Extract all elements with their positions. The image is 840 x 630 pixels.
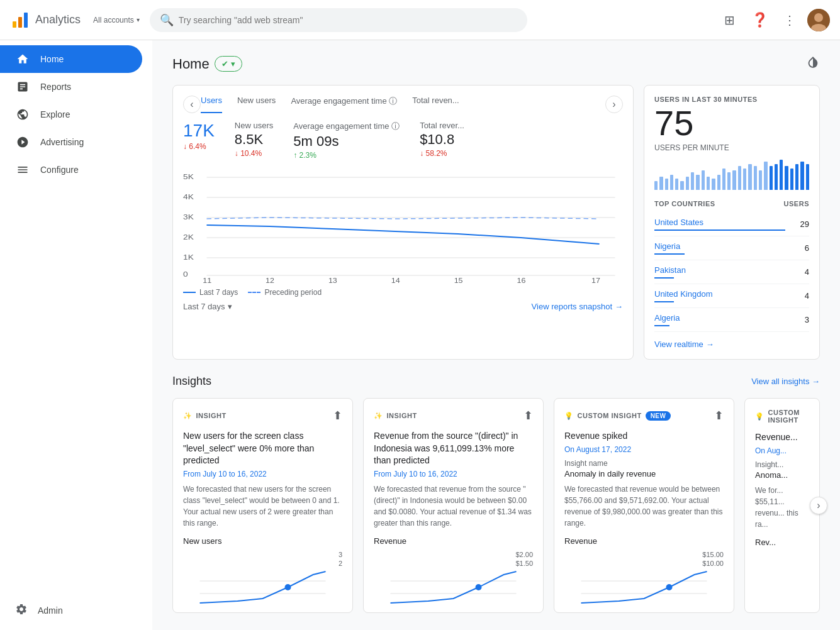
sidebar: Home Reports Explore Advertising Configu… xyxy=(0,40,152,630)
minute-bar xyxy=(654,181,658,190)
next-insight-button[interactable]: › xyxy=(810,497,827,514)
chart-mid-label: 2 xyxy=(183,560,342,567)
svg-text:13: 13 xyxy=(328,277,337,283)
user-avatar[interactable] xyxy=(807,9,830,31)
minute-bar xyxy=(770,166,773,190)
tab-total-revenue[interactable]: Total reven... xyxy=(412,96,459,113)
more-options-button[interactable]: ⋮ xyxy=(777,8,802,33)
minute-bar xyxy=(785,166,788,190)
country-row: United States 29 xyxy=(654,213,809,236)
insights-cards: ✨ INSIGHT ⬆ New users for the screen cla… xyxy=(172,398,820,613)
avg-engagement-label: Average engagement time ⓘ xyxy=(293,121,400,132)
view-all-label: View all insights → xyxy=(751,377,820,386)
main-content: Home ✔ ▾ ‹ Users New users xyxy=(152,40,840,630)
minute-bar xyxy=(732,170,736,190)
insight-icon: ✨ xyxy=(183,412,193,420)
country-name[interactable]: Pakistan xyxy=(654,265,805,275)
metric-tabs: Users New users Average engagement time … xyxy=(201,96,605,113)
country-bar xyxy=(654,277,674,279)
sidebar-label-configure: Configure xyxy=(40,165,79,175)
grid-apps-button[interactable]: ⊞ xyxy=(717,8,742,33)
share-button[interactable]: ⬆ xyxy=(524,409,533,423)
sidebar-item-configure[interactable]: Configure xyxy=(0,156,142,184)
svg-rect-2 xyxy=(24,13,28,28)
account-selector[interactable]: All accounts ▾ xyxy=(93,16,140,25)
svg-text:2K: 2K xyxy=(183,233,194,241)
chart-legend: Last 7 days Preceding period xyxy=(183,288,623,297)
minute-bar xyxy=(754,166,757,190)
tab-users[interactable]: Users xyxy=(201,96,222,113)
analytics-logo-icon xyxy=(10,10,30,30)
country-count: 6 xyxy=(805,243,809,253)
sidebar-item-advertising[interactable]: Advertising xyxy=(0,128,142,156)
topbar-actions: ⊞ ❓ ⋮ xyxy=(717,8,830,33)
country-name[interactable]: United Kingdom xyxy=(654,289,805,299)
sidebar-item-explore[interactable]: Explore xyxy=(0,101,142,128)
search-bar[interactable]: 🔍 xyxy=(150,8,527,32)
legend-solid-line xyxy=(183,292,196,293)
insights-header: Insights View all insights → xyxy=(172,375,820,388)
main-chart: 5K 4K 3K 2K 1K 0 xyxy=(183,170,623,283)
insight-title: Revenue... xyxy=(755,431,809,444)
sidebar-admin[interactable]: Admin xyxy=(0,595,152,625)
view-realtime-link[interactable]: View realtime → xyxy=(654,340,809,349)
search-input[interactable] xyxy=(179,15,517,25)
tab-new-users[interactable]: New users xyxy=(237,96,276,113)
realtime-sublabel: USERS PER MINUTE xyxy=(654,143,809,152)
prev-metric-button[interactable]: ‹ xyxy=(183,96,201,113)
check-circle-icon: ✔ xyxy=(221,59,228,69)
svg-text:12: 12 xyxy=(266,277,274,283)
help-button[interactable]: ❓ xyxy=(747,8,772,33)
view-all-insights-link[interactable]: View all insights → xyxy=(751,377,820,386)
minute-bar xyxy=(675,179,678,190)
minute-bar xyxy=(748,164,751,190)
realtime-count: 75 xyxy=(654,106,809,141)
insight-name: Anoma... xyxy=(755,470,809,480)
country-name[interactable]: Nigeria xyxy=(654,241,805,251)
chart-max-label: 3 xyxy=(183,551,342,558)
insights-title: Insights xyxy=(172,375,211,388)
country-name[interactable]: Algeria xyxy=(654,313,805,323)
insight-metric: Revenue xyxy=(374,536,533,546)
date-range-button[interactable]: Last 7 days ▾ xyxy=(183,302,232,311)
chart-mid-label: $10.00 xyxy=(564,560,724,567)
next-metric-button[interactable]: › xyxy=(605,96,623,113)
country-row: United Kingdom 4 xyxy=(654,284,809,308)
minute-bar xyxy=(790,169,793,190)
country-row: Nigeria 6 xyxy=(654,236,809,260)
insight-card-header: ✨ INSIGHT ⬆ xyxy=(374,409,533,423)
share-button[interactable]: ⬆ xyxy=(333,409,342,423)
metric-avg-engagement: Average engagement time ⓘ 5m 09s ↑ 2.3% xyxy=(293,121,400,160)
chart-footer: Last 7 days ▾ View reports snapshot → xyxy=(183,302,623,311)
new-users-label: New users xyxy=(235,121,273,130)
minute-bar xyxy=(717,175,720,190)
compare-icon[interactable] xyxy=(806,55,820,72)
country-name[interactable]: United States xyxy=(654,218,800,227)
insight-name: Anomaly in daily revenue xyxy=(564,469,724,478)
insight-title-text: Revenue... xyxy=(755,432,798,442)
tab-avg-engagement[interactable]: Average engagement time ⓘ xyxy=(291,96,397,113)
country-row: Algeria 3 xyxy=(654,308,809,332)
chevron-down-icon: ▾ xyxy=(137,16,140,23)
view-reports-link[interactable]: View reports snapshot → xyxy=(532,302,623,311)
help-icon: ❓ xyxy=(751,12,768,28)
reports-icon xyxy=(15,80,30,93)
account-label: All accounts xyxy=(93,16,134,25)
legend-solid-label: Last 7 days xyxy=(199,288,238,297)
realtime-label: USERS IN LAST 30 MINUTES xyxy=(654,96,809,103)
share-button[interactable]: ⬆ xyxy=(714,409,724,423)
status-badge[interactable]: ✔ ▾ xyxy=(215,56,242,72)
sidebar-label-home: Home xyxy=(40,54,64,64)
sidebar-item-home[interactable]: Home xyxy=(0,45,142,73)
metric-users: 17K ↓ 6.4% xyxy=(183,121,215,151)
page-title: Home xyxy=(172,56,210,72)
app-body: Home Reports Explore Advertising Configu… xyxy=(0,40,840,630)
insight-card-header: 💡 CUSTOM INSIGHT xyxy=(755,409,809,424)
new-badge: New xyxy=(646,411,671,421)
insight-metric: Rev... xyxy=(755,538,809,547)
arrow-right-icon: → xyxy=(706,340,714,349)
insights-section: Insights View all insights → ✨ INSIGHT ⬆… xyxy=(172,375,820,613)
sidebar-item-reports[interactable]: Reports xyxy=(0,73,142,101)
minute-bar xyxy=(795,164,798,190)
metric-total-revenue: Total rever... $10.8 ↓ 58.2% xyxy=(420,121,464,158)
